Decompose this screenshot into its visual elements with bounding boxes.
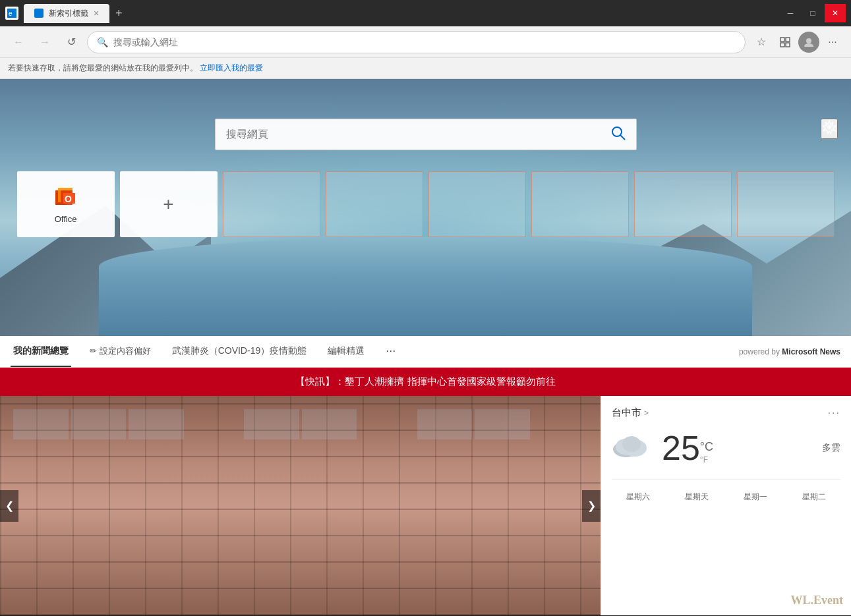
favorites-button[interactable]: ☆ <box>751 32 772 53</box>
hero-search-container <box>215 119 637 150</box>
back-button[interactable]: ← <box>8 32 29 53</box>
weather-description: 多雲 <box>822 442 840 454</box>
powered-by: powered by Microsoft News <box>739 347 840 356</box>
window-controls: ─ □ ✕ <box>780 4 846 22</box>
watermark: WL.Event <box>790 594 843 607</box>
weather-more-button[interactable]: ··· <box>828 407 840 419</box>
svg-point-7 <box>612 127 622 136</box>
news-tabs: 我的新聞總覽 ✏ 設定內容偏好 武漢肺炎（COVID-19）疫情動態 編輯精選 … <box>0 336 851 368</box>
news-section: 我的新聞總覽 ✏ 設定內容偏好 武漢肺炎（COVID-19）疫情動態 編輯精選 … <box>0 336 851 615</box>
nav-actions: ☆ ··· <box>751 32 843 53</box>
add-tab-button[interactable]: + <box>109 4 128 22</box>
navbar: ← → ↺ 🔍 ☆ ··· <box>0 26 851 58</box>
collections-button[interactable] <box>775 32 796 53</box>
browser-icon: e <box>5 7 18 20</box>
window-grid <box>13 409 587 602</box>
breaking-news-banner[interactable]: 【快訊】：墾丁人潮擁擠 指揮中心首發國家級警報籲勿前往 <box>0 368 851 396</box>
profile-button[interactable] <box>798 32 819 53</box>
quicklinks-row: O Office + <box>0 171 851 237</box>
weather-header: 台中市 > ··· <box>612 406 840 419</box>
search-icon: 🔍 <box>97 37 108 47</box>
weather-widget: 台中市 > ··· 25 <box>601 396 851 615</box>
tab-my-news[interactable]: 我的新聞總覽 <box>11 336 71 367</box>
forecast-day-1: 星期六 <box>612 488 665 507</box>
article-prev-button[interactable]: ❮ <box>0 490 18 522</box>
article-next-button[interactable]: ❯ <box>582 490 601 522</box>
forward-button[interactable]: → <box>34 32 55 53</box>
weather-city[interactable]: 台中市 > <box>612 406 649 419</box>
tab-label: 新索引標籤 <box>49 8 88 19</box>
quicklink-empty-1[interactable] <box>223 171 320 237</box>
tab-close-button[interactable]: × <box>94 8 99 18</box>
refresh-button[interactable]: ↺ <box>61 32 82 53</box>
tab-editorial[interactable]: 編輯精選 <box>325 336 367 367</box>
quicklink-empty-5[interactable] <box>634 171 732 237</box>
current-tab[interactable]: 新索引標籤 × <box>24 4 109 23</box>
quicklink-add[interactable]: + <box>120 171 218 237</box>
tab-more[interactable]: ··· <box>383 336 398 367</box>
office-tile-label: Office <box>55 214 77 224</box>
hero-settings-button[interactable] <box>821 119 838 139</box>
svg-point-18 <box>622 436 641 452</box>
article-background <box>0 396 601 615</box>
news-content-area: ❮ ❯ 台中市 > ··· <box>0 396 851 615</box>
tab-covid[interactable]: 武漢肺炎（COVID-19）疫情動態 <box>169 336 310 367</box>
tab-settings[interactable]: ✏ 設定內容偏好 <box>87 336 154 367</box>
temperature-display: 25 °C °F <box>662 431 713 465</box>
hero-search-box[interactable] <box>215 119 637 150</box>
svg-rect-2 <box>780 38 784 42</box>
quicklink-empty-2[interactable] <box>326 171 423 237</box>
svg-rect-4 <box>780 43 784 47</box>
hero-search-input[interactable] <box>226 128 604 140</box>
svg-line-8 <box>620 135 625 140</box>
maximize-button[interactable]: □ <box>802 4 823 22</box>
weather-forecast: 星期六 星期天 星期一 星期二 <box>612 479 840 507</box>
favbar-text: 若要快速存取，請將您最愛的網站放在我的最愛列中。 <box>8 63 198 74</box>
hero-section: O Office + <box>0 79 851 336</box>
more-button[interactable]: ··· <box>822 32 843 53</box>
forecast-day-4: 星期二 <box>787 488 840 507</box>
address-bar[interactable]: 🔍 <box>87 31 746 53</box>
favbar: 若要快速存取，請將您最愛的網站放在我的最愛列中。 立即匯入我的最愛 <box>0 58 851 79</box>
minimize-button[interactable]: ─ <box>780 4 801 22</box>
quicklink-empty-6[interactable] <box>737 171 835 237</box>
hero-search-button[interactable] <box>611 126 626 144</box>
forecast-day-2: 星期天 <box>670 488 724 507</box>
titlebar: e 新索引標籤 × + ─ □ ✕ <box>0 0 851 26</box>
svg-text:e: e <box>9 10 13 17</box>
cloud-icon <box>612 430 651 466</box>
close-button[interactable]: ✕ <box>825 4 846 22</box>
import-favorites-link[interactable]: 立即匯入我的最愛 <box>200 63 263 74</box>
svg-rect-3 <box>786 38 790 42</box>
svg-point-9 <box>827 125 831 129</box>
news-article-image: ❮ ❯ <box>0 396 601 615</box>
svg-rect-5 <box>786 43 790 47</box>
quicklink-office[interactable]: O Office <box>17 171 115 237</box>
svg-text:O: O <box>65 194 72 204</box>
address-input[interactable] <box>113 37 736 47</box>
quicklink-empty-4[interactable] <box>531 171 629 237</box>
svg-point-6 <box>806 38 811 43</box>
quicklink-empty-3[interactable] <box>428 171 526 237</box>
tab-bar: 新索引標籤 × + <box>24 4 775 23</box>
water-reflection <box>99 237 752 336</box>
weather-main: 25 °C °F 多雲 <box>612 430 840 466</box>
tab-favicon <box>34 9 44 18</box>
add-icon: + <box>163 194 173 215</box>
forecast-day-3: 星期一 <box>729 488 782 507</box>
